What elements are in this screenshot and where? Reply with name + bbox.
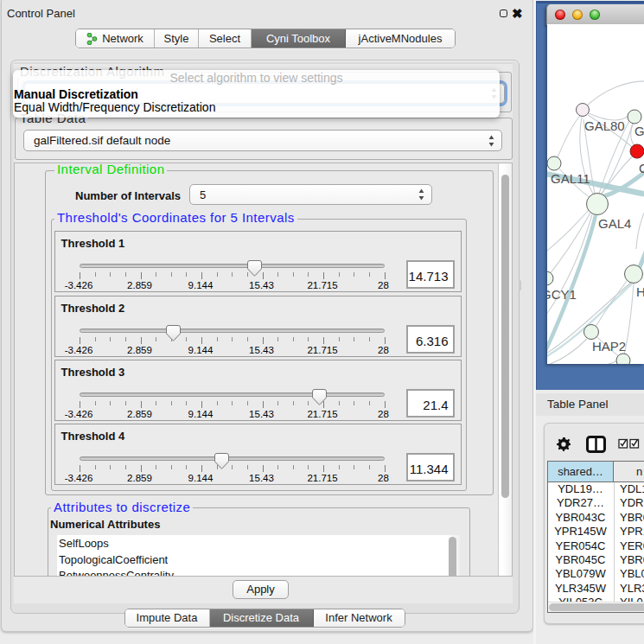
- svg-text:GAL4: GAL4: [598, 216, 631, 231]
- svg-text:GAL: GAL: [634, 124, 644, 138]
- svg-text:GCY1: GCY1: [547, 287, 577, 302]
- svg-text:GAL11: GAL11: [551, 171, 590, 186]
- svg-text:H: H: [636, 284, 644, 299]
- svg-text:GAL80: GAL80: [584, 118, 625, 133]
- svg-text:C: C: [639, 161, 644, 175]
- svg-text:HAP2: HAP2: [592, 339, 626, 354]
